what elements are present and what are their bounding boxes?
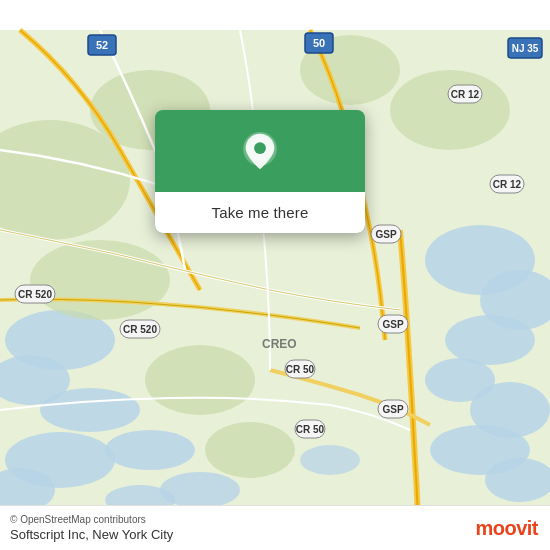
moovit-logo: moovit <box>475 517 538 540</box>
osm-attribution: © OpenStreetMap contributors <box>10 514 173 525</box>
svg-text:GSP: GSP <box>382 404 403 415</box>
map-container: 52 50 NJ 35 CR 12 CR 12 CR 520 CR 520 GS… <box>0 0 550 550</box>
svg-point-16 <box>300 445 360 475</box>
svg-text:CR 50: CR 50 <box>296 424 325 435</box>
svg-text:NJ 35: NJ 35 <box>512 43 539 54</box>
take-me-there-button[interactable]: Take me there <box>155 192 365 233</box>
svg-text:CR 520: CR 520 <box>18 289 52 300</box>
svg-point-23 <box>390 70 510 150</box>
svg-text:CR 520: CR 520 <box>123 324 157 335</box>
svg-point-51 <box>254 142 266 154</box>
location-label: Softscript Inc, New York City <box>10 527 173 542</box>
map-pin-icon <box>238 132 282 176</box>
svg-point-9 <box>445 315 535 365</box>
location-popup: Take me there <box>155 110 365 233</box>
svg-point-3 <box>40 388 140 432</box>
moovit-brand-text: moovit <box>475 517 538 540</box>
svg-text:GSP: GSP <box>375 229 396 240</box>
svg-point-20 <box>145 345 255 415</box>
svg-text:CREO: CREO <box>262 337 297 351</box>
svg-text:CR 50: CR 50 <box>286 364 315 375</box>
svg-point-21 <box>205 422 295 478</box>
svg-text:52: 52 <box>96 39 108 51</box>
bottom-bar: © OpenStreetMap contributors Softscript … <box>0 505 550 550</box>
svg-text:CR 12: CR 12 <box>493 179 522 190</box>
bottom-info: © OpenStreetMap contributors Softscript … <box>10 514 173 542</box>
svg-text:GSP: GSP <box>382 319 403 330</box>
svg-text:CR 12: CR 12 <box>451 89 480 100</box>
map-background: 52 50 NJ 35 CR 12 CR 12 CR 520 CR 520 GS… <box>0 0 550 550</box>
svg-text:50: 50 <box>313 37 325 49</box>
svg-point-4 <box>105 430 195 470</box>
popup-icon-area <box>155 110 365 192</box>
